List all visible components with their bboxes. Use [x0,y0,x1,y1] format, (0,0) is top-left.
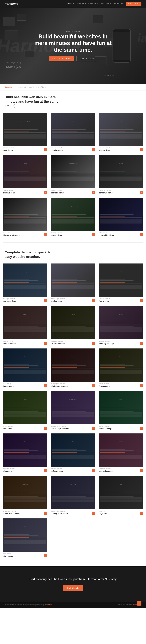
back-to-top-button[interactable]: ↑ [137,601,142,606]
demo-card[interactable]: restaurant restaurantconceptrestaurant d… [51,306,95,345]
demo-card-title: construction demo [3,512,19,514]
demo-card[interactable]: home video videosliderhome video demo→ [99,198,143,236]
demo-card-arrow-icon[interactable]: → [140,299,143,302]
demo-card-arrow-icon[interactable]: → [140,384,143,387]
demo-card-meta: creativeconceptmain demo→ [3,147,47,151]
demo-card-arrow-icon[interactable]: → [92,342,95,345]
demo-card[interactable]: portfolio with style portfolioconceptpor… [51,155,95,194]
demo-card[interactable]: creative creativevintagecreative demo→ [3,155,47,194]
site-logo[interactable]: Harmonia [4,2,18,6]
demo-tag-1: creative [99,147,104,148]
demo-tag-1: video [99,232,102,234]
demo-card-arrow-icon[interactable]: → [140,148,143,151]
demo-card[interactable]: Creative creativeconceptcreative demo→ [51,113,95,152]
copyright: 2016 © Harmonia Theme | All rights reser… [4,604,52,606]
demo-tag-2: concept [105,298,110,300]
demo-card-arrow-icon[interactable]: → [140,426,143,430]
demo-card-arrow-icon[interactable]: → [44,469,47,472]
demo-card-meta: creativevintagecreative demo→ [3,190,47,194]
demo-card-arrow-icon[interactable]: → [44,233,47,236]
demo-tag-2: concept [62,425,67,427]
demo-card[interactable]: coming soon coming soonconceptcoming soo… [51,476,95,515]
demo-card[interactable]: photographer photographerconceptphotogra… [51,348,95,387]
demo-card-meta: directoryconceptjournal demo→ [51,232,95,236]
demo-card-meta: photographerconceptphotographer page→ [51,383,95,387]
buy-theme-button[interactable]: Buy Theme [126,2,142,6]
demo-tag-2: demo [10,340,13,342]
demo-card-thumbnail: restaurant [51,306,95,339]
demo-tag-1: night club [3,468,9,470]
demo-card-arrow-icon[interactable]: → [44,384,47,387]
demo-card-arrow-icon[interactable]: → [92,469,95,472]
demo-card[interactable]: personal profile personal profileconcept… [51,391,95,430]
demo-card-arrow-icon[interactable]: → [140,191,143,194]
demo-card-title: wedding concept [99,342,114,345]
demo-card-arrow-icon[interactable]: → [44,148,47,151]
demo-card-arrow-icon[interactable]: → [92,426,95,430]
demo-card[interactable]: story storydemostory demo→ [3,518,47,557]
nav-demos[interactable]: Demos [68,2,74,4]
demo-tag-1: creative [51,147,56,148]
wordpress-link[interactable]: WordPress [45,604,52,606]
demo-card[interactable]: tourist touristconcepttourist concept→ [99,391,143,430]
demo-card-arrow-icon[interactable]: → [44,554,47,557]
demo-card[interactable]: farmer farmerconceptfarmer demo→ [3,391,47,430]
demo-card[interactable]: directory blog concept directoryconceptj… [51,198,95,236]
demo-card-thumbnail: personal profile [51,391,95,424]
demo-card-thumbnail: photographer [51,348,95,382]
demo-card-arrow-icon[interactable]: → [44,342,47,345]
main-demo-grid-section: Web Design Agency creativeconceptmain de… [0,110,146,240]
demo-card[interactable]: tour tourconcepttoubar demo→ [3,348,47,387]
demo-tag-2: concept [104,425,109,427]
demo-card-arrow-icon[interactable]: → [92,299,95,302]
demo-card[interactable]: b&w splitdemoblock & white demo→ [3,198,47,236]
demo-card[interactable]: night club night clubconceptclub demo→ [3,434,47,472]
nav-prebuilt[interactable]: Pre-built Websites [77,2,98,4]
demo-card[interactable]: software softwareconceptsoftware page→ [51,434,95,472]
demo-card[interactable]: 404 page404page 404→ [99,476,143,515]
demo-card-title: corporate demo [99,192,113,194]
demo-card[interactable]: wedding weddingconceptwedding concept→ [99,306,143,345]
demo-card-arrow-icon[interactable]: → [92,384,95,387]
nav-features[interactable]: Features [101,2,111,4]
demo-tag-2: concept [57,468,62,470]
demo-card-arrow-icon[interactable]: → [140,512,143,514]
demo-card-title: software page [51,470,63,472]
demo-card[interactable]: cosmetics cosmeticsconceptcosmetics page… [99,434,143,472]
demo-card[interactable]: one page one pageconceptone page demo→ [3,264,47,302]
demo-card-arrow-icon[interactable]: → [92,512,95,514]
site-header: Harmonia Demos Pre-built Websites Featur… [0,0,146,8]
demo-tag-2: concept [10,298,15,300]
demo-card[interactable]: creative creativeconceptfree preview→ [99,264,143,302]
footer-cta-text: Start creating beautiful websites, purch… [4,577,142,581]
demo-card[interactable]: Corporate corporateconceptcorporate demo… [99,155,143,194]
hero-secondary-button[interactable]: Full Preview [76,56,97,61]
demo-card-arrow-icon[interactable]: → [44,191,47,194]
purchase-button[interactable]: Purchase [63,585,83,591]
demo-card[interactable]: moodbar moodbardemomoodbar demo→ [3,306,47,345]
breadcrumb-section: Harmonia → Kreative multipurpose WordPre… [0,84,146,90]
demo-tag-1: farmer [3,425,7,427]
demo-card-arrow-icon[interactable]: → [44,512,47,514]
demo-card[interactable]: Agency creativeconceptagency demo→ [99,113,143,152]
demo-card-arrow-icon[interactable]: → [92,191,95,194]
demo-card-arrow-icon[interactable]: → [140,233,143,236]
nav-support[interactable]: Support [114,2,123,4]
demo-card[interactable]: landing page landing pageconceptlanding … [51,264,95,302]
demo-card[interactable]: fitness fitnessconceptfitness demo→ [99,348,143,387]
breadcrumb-home[interactable]: Harmonia [4,86,12,88]
demo-card[interactable]: Web Design Agency creativeconceptmain de… [3,113,47,152]
demo-card-meta: weddingconceptwedding concept→ [99,340,143,345]
demo-card[interactable]: construction constructionconceptconstruc… [3,476,47,515]
demo-card-arrow-icon[interactable]: → [140,469,143,472]
demo-tag-2: concept [57,190,62,191]
demo-card-arrow-icon[interactable]: → [44,299,47,302]
hero-primary-button[interactable]: Only Online Demo [49,56,74,61]
demo-card-arrow-icon[interactable]: → [140,342,143,345]
demo-card-arrow-icon[interactable]: → [44,426,47,430]
demo-card-thumbnail: farmer [3,391,47,424]
demo-card-meta: softwareconceptsoftware page→ [51,468,95,472]
demo-tag-2: concept [12,510,17,512]
demo-card-arrow-icon[interactable]: → [92,148,95,151]
demo-card-arrow-icon[interactable]: → [92,233,95,236]
